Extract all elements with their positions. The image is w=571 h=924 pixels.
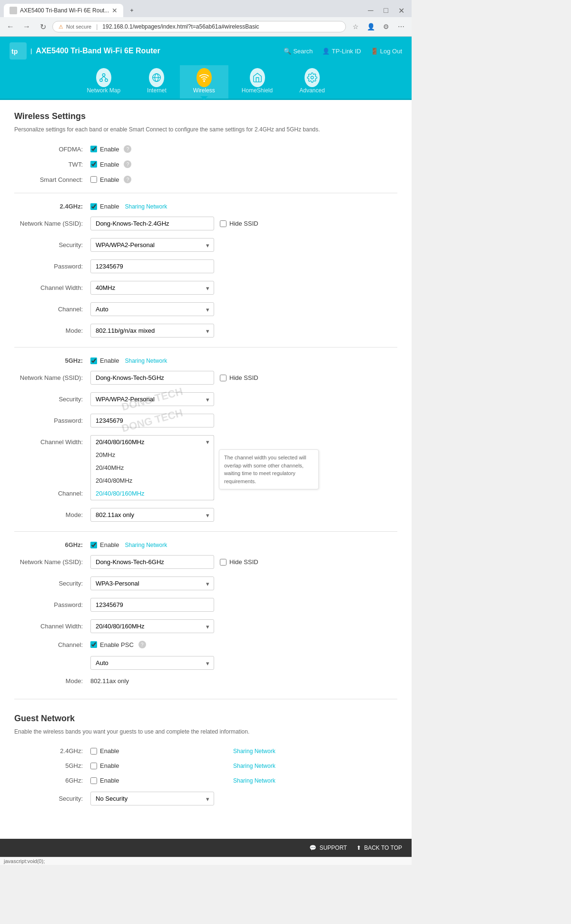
support-button[interactable]: 💬 SUPPORT xyxy=(309,845,347,851)
dropdown-option-2040mhz[interactable]: 20/40MHz xyxy=(91,461,214,474)
new-tab-button[interactable]: + xyxy=(125,4,138,17)
guest-security-select[interactable]: No Security WPA/WPA2-Personal WPA3-Perso… xyxy=(90,792,214,805)
band-5ghz-ssid-input[interactable] xyxy=(90,371,214,385)
band-6ghz-ssid-input[interactable] xyxy=(90,555,214,569)
band-24ghz-ssid-row: Network Name (SSID): Hide SSID xyxy=(14,217,397,230)
divider-2 xyxy=(14,347,397,348)
guest-5ghz-checkbox[interactable] xyxy=(90,763,97,769)
guest-5ghz-sharing-link[interactable]: Sharing Network xyxy=(233,763,276,769)
band-6ghz-mode-row: Mode: 802.11ax only xyxy=(14,677,397,685)
band-6ghz-checkbox[interactable] xyxy=(90,542,97,548)
band-24ghz-label: 2.4GHz: xyxy=(14,203,90,210)
profile-button[interactable]: 👤 xyxy=(364,20,377,33)
back-button[interactable]: ← xyxy=(4,20,17,33)
band-24ghz-mode-select[interactable]: 802.11b/g/n/ax mixed 802.11b/g/n mixed xyxy=(90,324,214,338)
smart-connect-help-icon[interactable]: ? xyxy=(124,176,131,183)
svg-line-6 xyxy=(104,76,107,79)
twt-help-icon[interactable]: ? xyxy=(124,160,131,168)
nav-homeshield-label: HomeShield xyxy=(242,87,273,94)
band-5ghz-password-input[interactable] xyxy=(90,414,214,427)
tp-link-logo-icon: tp xyxy=(10,42,27,60)
band-5ghz-mode-select[interactable]: 802.11ax only 802.11a/n/ac/ax mixed xyxy=(90,508,214,522)
band-5ghz-security-select-wrapper: WPA/WPA2-Personal WPA2/WPA3-Personal WPA… xyxy=(90,392,214,406)
sidebar-item-wireless[interactable]: Wireless xyxy=(180,65,228,99)
extensions-button[interactable]: ⚙ xyxy=(379,20,393,33)
band-24ghz-ssid-input[interactable] xyxy=(90,217,214,230)
band-6ghz-hide-ssid-checkbox[interactable] xyxy=(220,559,226,566)
sidebar-item-internet[interactable]: Internet xyxy=(134,65,180,99)
forward-button[interactable]: → xyxy=(20,20,33,33)
twt-label: TWT: xyxy=(14,161,90,168)
guest-6ghz-checkbox[interactable] xyxy=(90,777,97,784)
band-6ghz-channel-width-select[interactable]: 20/40/80/160MHz 20MHz 20/40MHz 20/40/80M… xyxy=(90,619,214,633)
band-5ghz-channel-width-select[interactable]: 20/40/80/160MHz xyxy=(90,435,214,448)
band-5ghz-hide-ssid-checkbox[interactable] xyxy=(220,375,226,381)
band-24ghz-checkbox[interactable] xyxy=(90,203,97,210)
sidebar-item-network-map[interactable]: Network Map xyxy=(73,65,134,99)
band-5ghz-sharing-link[interactable]: Sharing Network xyxy=(125,358,167,364)
sidebar-item-homeshield[interactable]: HomeShield xyxy=(228,65,286,99)
band-6ghz-psc-help-icon[interactable]: ? xyxy=(138,641,146,648)
band-24ghz-header: 2.4GHz: Enable Sharing Network xyxy=(14,203,397,210)
guest-6ghz-sharing-link[interactable]: Sharing Network xyxy=(233,777,276,784)
band-24ghz-security-select[interactable]: WPA/WPA2-Personal WPA2/WPA3-Personal WPA… xyxy=(90,238,214,252)
back-to-top-button[interactable]: ⬆ BACK TO TOP xyxy=(356,845,402,851)
band-5ghz-mode-row: Mode: 802.11ax only 802.11a/n/ac/ax mixe… xyxy=(14,508,397,522)
maximize-button[interactable]: □ xyxy=(379,4,393,17)
ofdma-checkbox[interactable] xyxy=(90,146,97,152)
svg-text:tp: tp xyxy=(11,48,18,55)
guest-24ghz-checkbox[interactable] xyxy=(90,748,97,755)
logout-icon: 🚪 xyxy=(371,48,378,55)
band-24ghz-enable-label: Enable xyxy=(100,203,119,210)
band-24ghz-channel-select[interactable]: Auto 1 6 11 xyxy=(90,302,214,316)
dropdown-option-20408016mhz[interactable]: 20/40/80/160MHz xyxy=(91,487,214,500)
band-24ghz-channel-width-select[interactable]: 40MHz 20MHz xyxy=(90,281,214,295)
band-24ghz-sharing-link[interactable]: Sharing Network xyxy=(125,203,167,210)
band-24ghz-security-row: Security: WPA/WPA2-Personal WPA2/WPA3-Pe… xyxy=(14,238,397,252)
menu-button[interactable]: ⋯ xyxy=(394,20,408,33)
header-nav: 🔍 Search 👤 TP-Link ID 🚪 Log Out xyxy=(284,48,402,55)
band-6ghz-enable-psc-checkbox[interactable] xyxy=(90,641,97,648)
internet-icon xyxy=(151,72,162,83)
sidebar-item-advanced[interactable]: Advanced xyxy=(286,65,338,99)
search-button[interactable]: 🔍 Search xyxy=(284,48,313,55)
refresh-button[interactable]: ↻ xyxy=(36,20,49,33)
active-tab[interactable]: AXE5400 Tri-Band Wi-Fi 6E Rout... ✕ xyxy=(4,4,123,17)
tplink-id-button[interactable]: 👤 TP-Link ID xyxy=(322,48,361,55)
band-24ghz-hide-ssid-checkbox[interactable] xyxy=(220,220,226,227)
guest-24ghz-sharing-link[interactable]: Sharing Network xyxy=(233,748,276,755)
twt-checkbox[interactable] xyxy=(90,161,97,168)
band-6ghz-password-label: Password: xyxy=(14,601,90,608)
dropdown-option-204080mhz[interactable]: 20/40/80MHz xyxy=(91,474,214,487)
band-6ghz-ssid-label: Network Name (SSID): xyxy=(14,558,90,566)
dropdown-option-20mhz[interactable]: 20MHz xyxy=(91,448,214,461)
bookmark-button[interactable]: ☆ xyxy=(349,20,362,33)
browser-controls: ← → ↻ ⚠ Not secure | 192.168.0.1/webpage… xyxy=(0,17,412,36)
guest-network-title: Guest Network xyxy=(14,714,397,724)
band-5ghz-security-select[interactable]: WPA/WPA2-Personal WPA2/WPA3-Personal WPA… xyxy=(90,392,214,406)
band-6ghz-channel-width-row: Channel Width: 20/40/80/160MHz 20MHz 20/… xyxy=(14,619,397,633)
band-6ghz-password-input[interactable] xyxy=(90,598,214,612)
band-6ghz-sharing-link[interactable]: Sharing Network xyxy=(125,542,167,548)
minimize-button[interactable]: ─ xyxy=(364,4,377,17)
svg-point-4 xyxy=(105,79,108,82)
band-6ghz-channel-select[interactable]: Auto xyxy=(90,656,214,670)
band-5ghz-checkbox[interactable] xyxy=(90,358,97,364)
logo: tp | AXE5400 Tri-Band Wi-Fi 6E Router xyxy=(10,42,160,60)
ofdma-help-icon[interactable]: ? xyxy=(124,145,131,153)
guest-network-section: Guest Network Enable the wireless bands … xyxy=(14,714,397,827)
tab-close-button[interactable]: ✕ xyxy=(112,7,118,14)
band-24ghz-password-input[interactable] xyxy=(90,259,214,273)
band-24ghz-channel-width-label: Channel Width: xyxy=(14,284,90,291)
svg-point-10 xyxy=(204,80,205,81)
address-bar[interactable]: ⚠ Not secure | 192.168.0.1/webpages/inde… xyxy=(52,21,346,32)
logout-button[interactable]: 🚪 Log Out xyxy=(371,48,402,55)
band-6ghz-security-select[interactable]: WPA3-Personal None xyxy=(90,576,214,590)
main-content: Wireless Settings Personalize settings f… xyxy=(0,100,412,839)
band-5ghz-password-label: Password: xyxy=(14,417,90,424)
back-to-top-label: BACK TO TOP xyxy=(364,845,402,851)
band-6ghz-section: 6GHz: Enable Sharing Network Network Nam… xyxy=(14,541,397,685)
smart-connect-checkbox[interactable] xyxy=(90,176,97,183)
close-window-button[interactable]: ✕ xyxy=(394,4,408,17)
band-6ghz-password-row: Password: xyxy=(14,598,397,612)
